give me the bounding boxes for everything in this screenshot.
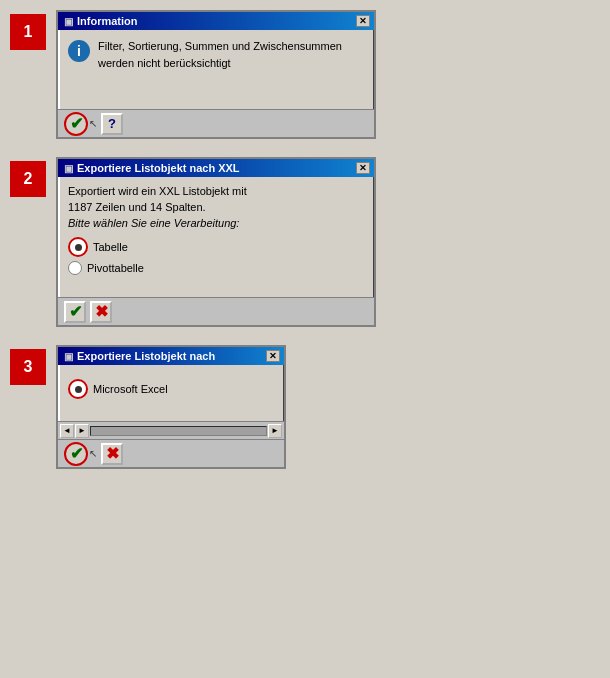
cancel-button-2[interactable]: ✖ bbox=[90, 301, 112, 323]
window-1-title: Information bbox=[77, 15, 138, 27]
cursor-3: ↖ bbox=[89, 448, 97, 459]
titlebar-left-2: ▣ Exportiere Listobjekt nach XXL bbox=[62, 162, 240, 174]
radio-tabelle-wrapper bbox=[68, 237, 88, 257]
window-2-body: Exportiert wird ein XXL Listobjekt mit 1… bbox=[58, 177, 374, 297]
check-icon-1: ✔ bbox=[70, 114, 83, 133]
window-3-close-button[interactable]: ✕ bbox=[266, 350, 280, 362]
radio-pivottabelle-label: Pivottabelle bbox=[87, 262, 144, 274]
window-2-line1: Exportiert wird ein XXL Listobjekt mit bbox=[68, 185, 364, 197]
window-2-line3: Bitte wählen Sie eine Verarbeitung: bbox=[68, 217, 364, 229]
radio-excel-btn[interactable] bbox=[68, 379, 88, 399]
step-3-row: 3 ▣ Exportiere Listobjekt nach ✕ Microso… bbox=[10, 345, 600, 469]
step-2-label: 2 bbox=[10, 161, 46, 197]
info-text-1: Filter, Sortierung, Summen und Zwischens… bbox=[98, 38, 342, 71]
window-1-icon: ▣ bbox=[62, 15, 74, 27]
window-3-footer: ✔ ↖ ✖ bbox=[58, 439, 284, 467]
window-2-icon: ▣ bbox=[62, 162, 74, 174]
window-1-close-button[interactable]: ✕ bbox=[356, 15, 370, 27]
radio-tabelle-label: Tabelle bbox=[93, 241, 128, 253]
window-1-footer: ✔ ↖ ? bbox=[58, 109, 374, 137]
radio-group-2: Tabelle Pivottabelle bbox=[68, 237, 364, 275]
window-1: ▣ Information ✕ i Filter, Sortierung, Su… bbox=[56, 10, 376, 139]
window-1-body: i Filter, Sortierung, Summen und Zwische… bbox=[58, 30, 374, 109]
radio-excel-label: Microsoft Excel bbox=[93, 383, 168, 395]
scrollbar-row: ◄ ► ► bbox=[58, 421, 284, 439]
cross-icon-3: ✖ bbox=[106, 444, 119, 463]
window-1-titlebar: ▣ Information ✕ bbox=[58, 12, 374, 30]
info-icon-1: i bbox=[68, 40, 90, 62]
scroll-left-button[interactable]: ◄ bbox=[60, 424, 74, 438]
info-row-1: i Filter, Sortierung, Summen und Zwische… bbox=[68, 38, 364, 71]
radio-pivottabelle[interactable]: Pivottabelle bbox=[68, 261, 364, 275]
window-2-titlebar: ▣ Exportiere Listobjekt nach XXL ✕ bbox=[58, 159, 374, 177]
window-2-footer: ✔ ✖ bbox=[58, 297, 374, 325]
cross-icon-2: ✖ bbox=[95, 302, 108, 321]
cancel-button-3[interactable]: ✖ bbox=[101, 443, 123, 465]
check-area-1: ✔ ↖ bbox=[64, 112, 97, 136]
step-1-row: 1 ▣ Information ✕ i Filter, Sortierung, … bbox=[10, 10, 600, 139]
scroll-right-end-button[interactable]: ► bbox=[268, 424, 282, 438]
help-button-1[interactable]: ? bbox=[101, 113, 123, 135]
question-icon-1: ? bbox=[108, 116, 116, 131]
window-2: ▣ Exportiere Listobjekt nach XXL ✕ Expor… bbox=[56, 157, 376, 327]
check-icon-2: ✔ bbox=[69, 302, 82, 321]
window-2-title: Exportiere Listobjekt nach XXL bbox=[77, 162, 240, 174]
radio-excel[interactable]: Microsoft Excel bbox=[68, 379, 274, 399]
window-3: ▣ Exportiere Listobjekt nach ✕ Microsoft… bbox=[56, 345, 286, 469]
confirm-button-1[interactable]: ✔ bbox=[64, 112, 88, 136]
confirm-button-3[interactable]: ✔ bbox=[64, 442, 88, 466]
cursor-1: ↖ bbox=[89, 118, 97, 129]
scroll-track-left[interactable] bbox=[90, 426, 267, 436]
scroll-right-button[interactable]: ► bbox=[75, 424, 89, 438]
step-3-label: 3 bbox=[10, 349, 46, 385]
check-area-3: ✔ ↖ bbox=[64, 442, 97, 466]
window-3-body: Microsoft Excel bbox=[58, 365, 284, 421]
titlebar-left-3: ▣ Exportiere Listobjekt nach bbox=[62, 350, 215, 362]
radio-tabelle[interactable]: Tabelle bbox=[68, 237, 364, 257]
radio-pivottabelle-btn[interactable] bbox=[68, 261, 82, 275]
window-3-icon: ▣ bbox=[62, 350, 74, 362]
radio-tabelle-btn[interactable] bbox=[68, 237, 88, 257]
step-1-label: 1 bbox=[10, 14, 46, 50]
window-2-close-button[interactable]: ✕ bbox=[356, 162, 370, 174]
window-3-title: Exportiere Listobjekt nach bbox=[77, 350, 215, 362]
window-2-line2: 1187 Zeilen und 14 Spalten. bbox=[68, 201, 364, 213]
titlebar-left-1: ▣ Information bbox=[62, 15, 138, 27]
window-3-titlebar: ▣ Exportiere Listobjekt nach ✕ bbox=[58, 347, 284, 365]
step-2-row: 2 ▣ Exportiere Listobjekt nach XXL ✕ Exp… bbox=[10, 157, 600, 327]
confirm-button-2[interactable]: ✔ bbox=[64, 301, 86, 323]
check-icon-3: ✔ bbox=[70, 444, 83, 463]
